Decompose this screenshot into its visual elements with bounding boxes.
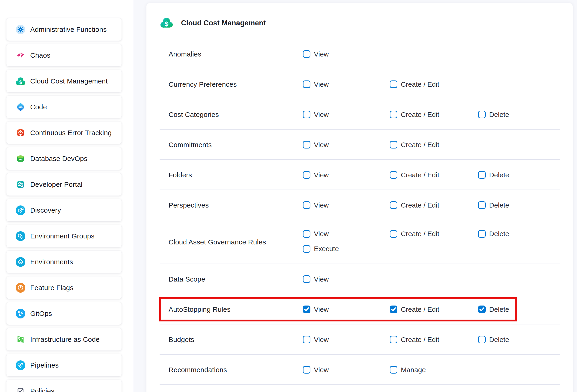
permission-view[interactable]: View <box>303 366 329 374</box>
sidebar-item-label: Infrastructure as Code <box>30 335 100 343</box>
resource-label: Anomalies <box>169 50 201 58</box>
checkbox-unchecked[interactable] <box>390 171 397 179</box>
checkbox-unchecked[interactable] <box>390 336 397 343</box>
gitops-icon <box>15 308 26 319</box>
checkbox-unchecked[interactable] <box>303 336 310 343</box>
sidebar-item-database-devops[interactable]: ∞Database DevOps <box>6 147 122 170</box>
checkbox-unchecked[interactable] <box>478 336 486 343</box>
sidebar-item-code[interactable]: </>Code <box>6 96 122 118</box>
checkbox-unchecked[interactable] <box>303 141 310 148</box>
sliders-icon <box>15 179 26 190</box>
permission-row-cost-categories: Cost CategoriesViewCreate / EditDelete <box>146 99 573 130</box>
checkbox-unchecked[interactable] <box>478 171 486 179</box>
checkbox-unchecked[interactable] <box>303 111 310 118</box>
checkbox-unchecked[interactable] <box>478 201 486 209</box>
permission-view[interactable]: View <box>303 50 329 58</box>
sidebar-item-discovery[interactable]: Discovery <box>6 199 122 221</box>
resource-label: Cloud Asset Governance Rules <box>169 238 266 246</box>
permission-delete[interactable]: Delete <box>478 306 509 313</box>
permission-create-edit[interactable]: Create / Edit <box>390 201 439 209</box>
checkbox-checked[interactable] <box>478 306 486 313</box>
checkbox-unchecked[interactable] <box>390 230 397 238</box>
sidebar-item-continuous-error-tracking[interactable]: Continuous Error Tracking <box>6 121 122 144</box>
sidebar-item-label: Policies <box>30 387 54 392</box>
permission-row-commitments: CommitmentsViewCreate / Edit <box>146 130 573 160</box>
sidebar-item-infrastructure-as-code[interactable]: Infrastructure as Code <box>6 328 122 351</box>
sidebar-item-label: Code <box>30 103 47 111</box>
permission-view[interactable]: View <box>303 111 329 118</box>
permission-delete[interactable]: Delete <box>478 201 509 209</box>
sidebar-item-label: Continuous Error Tracking <box>30 129 112 137</box>
checkbox-unchecked[interactable] <box>303 50 310 58</box>
permission-view[interactable]: View <box>303 275 329 283</box>
sidebar-item-pipelines[interactable]: Pipelines <box>6 354 122 376</box>
checkbox-unchecked[interactable] <box>390 141 397 148</box>
permission-view[interactable]: View <box>303 80 329 88</box>
permission-execute[interactable]: Execute <box>303 245 339 253</box>
checkbox-unchecked[interactable] <box>303 80 310 88</box>
environment-groups-icon <box>15 231 26 241</box>
permission-view[interactable]: View <box>303 336 329 344</box>
sidebar-item-chaos[interactable]: Chaos <box>6 44 122 67</box>
permission-delete[interactable]: Delete <box>478 230 509 238</box>
page-title: Cloud Cost Management <box>181 19 266 27</box>
checkbox-unchecked[interactable] <box>303 201 310 209</box>
permission-view[interactable]: View <box>303 230 329 238</box>
checkbox-checked[interactable] <box>390 306 397 313</box>
sidebar-item-developer-portal[interactable]: Developer Portal <box>6 173 122 196</box>
permission-manage[interactable]: Manage <box>390 366 426 374</box>
permission-label: Create / Edit <box>401 111 439 118</box>
checkbox-unchecked[interactable] <box>390 201 397 209</box>
permission-label: View <box>314 336 329 344</box>
checkbox-unchecked[interactable] <box>478 230 486 238</box>
permission-label: View <box>314 306 329 313</box>
sidebar-item-policies[interactable]: Policies <box>6 380 122 392</box>
permission-create-edit[interactable]: Create / Edit <box>390 336 439 344</box>
permission-view[interactable]: View <box>303 171 329 179</box>
checkbox-unchecked[interactable] <box>478 111 486 118</box>
checkbox-checked[interactable] <box>303 306 310 313</box>
checkbox-unchecked[interactable] <box>390 80 397 88</box>
permission-label: Create / Edit <box>401 336 439 344</box>
checkbox-unchecked[interactable] <box>390 111 397 118</box>
sidebar-item-cloud-cost-management[interactable]: $Cloud Cost Management <box>6 70 122 92</box>
permission-label: View <box>314 111 329 118</box>
permission-create-edit[interactable]: Create / Edit <box>390 80 439 88</box>
sidebar-item-gitops[interactable]: GitOps <box>6 302 122 325</box>
checkbox-unchecked[interactable] <box>303 230 310 238</box>
sidebar-item-label: Administrative Functions <box>30 26 107 34</box>
checkbox-unchecked[interactable] <box>303 245 310 253</box>
svg-text:</>: </> <box>18 105 23 109</box>
sidebar-item-environment-groups[interactable]: Environment Groups <box>6 225 122 247</box>
module-sidebar: Administrative Functions Chaos $Cloud Co… <box>0 0 133 392</box>
checkbox-unchecked[interactable] <box>303 366 310 374</box>
sidebar-item-administrative-functions[interactable]: Administrative Functions <box>6 18 122 40</box>
permission-view[interactable]: View <box>303 201 329 209</box>
permission-label: Delete <box>489 230 509 238</box>
permission-delete[interactable]: Delete <box>478 111 509 118</box>
permission-label: View <box>314 80 329 88</box>
permission-view[interactable]: View <box>303 141 329 149</box>
permission-create-edit[interactable]: Create / Edit <box>390 230 439 238</box>
permission-create-edit[interactable]: Create / Edit <box>390 171 439 179</box>
permission-label: Manage <box>401 366 426 374</box>
sidebar-item-environments[interactable]: Environments <box>6 251 122 273</box>
infrastructure-icon <box>15 334 26 345</box>
permission-label: Create / Edit <box>401 171 439 179</box>
permission-row-autostopping-rules: AutoStopping RulesViewCreate / EditDelet… <box>146 294 573 324</box>
permission-delete[interactable]: Delete <box>478 171 509 179</box>
permission-create-edit[interactable]: Create / Edit <box>390 141 439 149</box>
permission-create-edit[interactable]: Create / Edit <box>390 111 439 118</box>
permission-view[interactable]: View <box>303 306 329 313</box>
flag-icon <box>15 283 26 293</box>
resource-label: AutoStopping Rules <box>169 306 231 313</box>
permission-delete[interactable]: Delete <box>478 336 509 344</box>
checkbox-unchecked[interactable] <box>303 275 310 283</box>
permission-create-edit[interactable]: Create / Edit <box>390 306 439 313</box>
sidebar-item-label: Chaos <box>30 51 50 59</box>
permission-label: Delete <box>489 336 509 344</box>
checkbox-unchecked[interactable] <box>303 171 310 179</box>
checkbox-unchecked[interactable] <box>390 366 397 374</box>
sidebar-item-feature-flags[interactable]: Feature Flags <box>6 277 122 299</box>
permission-label: View <box>314 141 329 149</box>
